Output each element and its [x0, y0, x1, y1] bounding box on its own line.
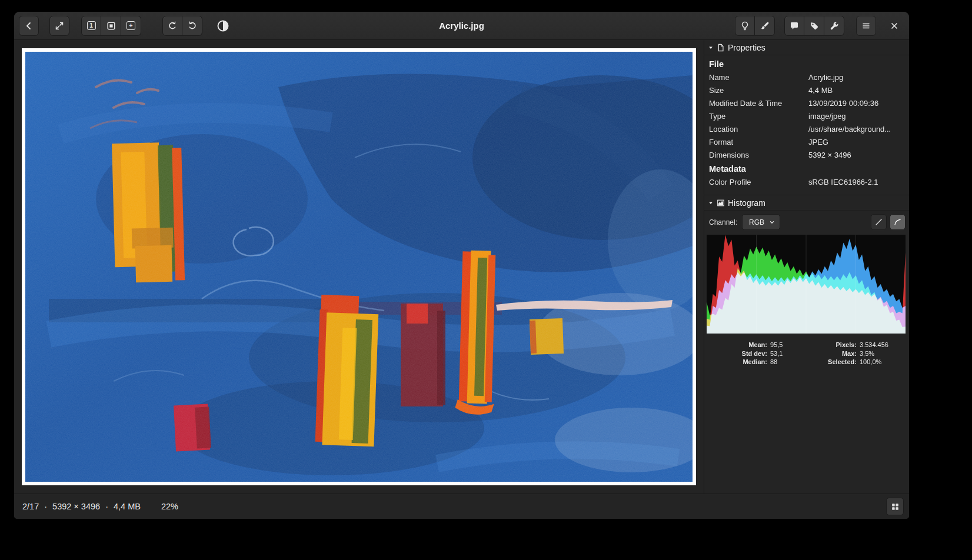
paintbrush-icon [760, 21, 770, 31]
back-button[interactable] [19, 16, 39, 36]
statusbar: 2/17 · 5392 × 3496 · 4,4 MB 22% [14, 494, 909, 519]
image-viewer-window: Acrylic.jpg 1 + [14, 12, 909, 519]
statusbar-separator: · [105, 502, 108, 511]
fullscreen-icon [55, 21, 64, 31]
zoom-original-button[interactable]: 1 [81, 16, 101, 36]
expander-triangle-icon [708, 200, 714, 206]
hamburger-icon [861, 21, 871, 31]
stat-value-max: 3,5% [860, 349, 907, 358]
channel-dropdown[interactable]: RGB [742, 214, 780, 230]
histogram-plot [707, 235, 906, 334]
document-icon [717, 44, 725, 52]
headerbar: Acrylic.jpg 1 + [14, 12, 909, 40]
edit-button[interactable] [755, 16, 775, 36]
comment-button[interactable] [784, 16, 804, 36]
properties-panel-title: Properties [728, 43, 765, 52]
speech-bubble-icon [790, 21, 799, 31]
close-icon [890, 21, 899, 31]
wrench-icon [830, 21, 839, 31]
menu-button[interactable] [856, 16, 876, 36]
prop-row-location: Location /usr/share/background... [709, 123, 904, 136]
tags-button[interactable] [804, 16, 824, 36]
toolbar-right [735, 16, 904, 36]
enhance-edit-group [735, 16, 775, 36]
chevron-left-icon [24, 21, 34, 31]
statusbar-dimensions: 5392 × 3496 [52, 502, 100, 511]
tag-icon [810, 21, 819, 31]
prop-row-type: Type image/jpeg [709, 110, 904, 123]
stat-value-pixels: 3.534.456 [860, 341, 907, 349]
prop-row-size: Size 4,4 MB [709, 84, 904, 97]
histogram-panel-header[interactable]: Histogram [704, 195, 909, 211]
stat-label-mean: Mean: [704, 341, 770, 349]
lightbulb-icon [740, 21, 750, 31]
log-scale-button[interactable] [890, 214, 906, 230]
grid-icon [891, 502, 900, 511]
statusbar-filesize: 4,4 MB [114, 502, 141, 511]
prop-row-format: Format JPEG [709, 136, 904, 149]
thumbnails-button[interactable] [886, 498, 904, 515]
rotate-right-icon [188, 21, 197, 31]
linear-scale-icon [875, 218, 883, 226]
prop-row-color-profile: Color Profile sRGB IEC61966-2.1 [709, 176, 904, 189]
contrast-circle-icon [217, 19, 229, 32]
photo-acrylic-painting[interactable] [22, 48, 696, 485]
stat-value-mean: 95,5 [770, 341, 816, 349]
fullscreen-button[interactable] [49, 16, 69, 36]
image-viewer-area [14, 40, 704, 494]
statusbar-zoom-level: 22% [161, 502, 178, 511]
properties-table: File Name Acrylic.jpg Size 4,4 MB Modifi… [704, 55, 909, 195]
rotate-right-button[interactable] [182, 16, 202, 36]
zoom-original-icon: 1 [87, 21, 96, 30]
prop-row-dimensions: Dimensions 5392 × 3496 [709, 149, 904, 162]
statusbar-position: 2/17 [22, 502, 39, 511]
section-title-file: File [709, 57, 904, 71]
histogram-panel-title: Histogram [728, 198, 765, 208]
channel-dropdown-value: RGB [749, 218, 764, 226]
toolbar-left: 1 + [19, 16, 233, 36]
histogram-stats: Mean: 95,5 Pixels: 3.534.456 Std dev: 53… [704, 336, 909, 366]
zoom-fit-icon [106, 21, 116, 31]
close-button[interactable] [884, 16, 904, 36]
stat-label-median: Median: [704, 358, 770, 366]
zoom-fit-button[interactable] [101, 16, 121, 36]
prop-row-name: Name Acrylic.jpg [709, 71, 904, 84]
log-scale-icon [894, 218, 901, 226]
rotate-left-button[interactable] [162, 16, 182, 36]
scale-button-group [871, 214, 906, 230]
stat-label-pixels: Pixels: [816, 341, 860, 349]
stat-value-selected: 100,0% [860, 358, 907, 366]
properties-panel-header[interactable]: Properties [704, 40, 909, 55]
stat-label-stddev: Std dev: [704, 349, 770, 358]
zoom-button-group: 1 + [81, 16, 141, 36]
histogram-icon [717, 199, 725, 207]
stat-label-selected: Selected: [816, 358, 860, 366]
stat-value-median: 88 [770, 358, 816, 366]
linear-scale-button[interactable] [871, 214, 887, 230]
main-content: Properties File Name Acrylic.jpg Size 4,… [14, 40, 909, 494]
statusbar-separator: · [44, 502, 47, 511]
stat-value-stddev: 53,1 [770, 349, 816, 358]
histogram-section: Histogram Channel: RGB [704, 195, 909, 366]
chevron-down-icon [769, 219, 775, 225]
stat-label-max: Max: [816, 349, 860, 358]
section-title-metadata: Metadata [709, 162, 904, 176]
channel-label: Channel: [709, 218, 737, 226]
adjust-colors-button[interactable] [213, 16, 233, 36]
channel-row: Channel: RGB [704, 211, 909, 234]
expander-triangle-icon [708, 45, 714, 51]
zoom-in-button[interactable]: + [121, 16, 141, 36]
rotate-button-group [162, 16, 202, 36]
prop-row-modified: Modified Date & Time 13/09/2019 00:09:36 [709, 97, 904, 110]
properties-sidebar: Properties File Name Acrylic.jpg Size 4,… [704, 40, 909, 494]
enhance-button[interactable] [735, 16, 755, 36]
histogram-chart [707, 235, 906, 334]
painting-artwork [25, 52, 693, 482]
zoom-in-icon: + [127, 21, 135, 30]
annotation-group [784, 16, 844, 36]
tools-button[interactable] [824, 16, 844, 36]
rotate-left-icon [168, 21, 177, 31]
